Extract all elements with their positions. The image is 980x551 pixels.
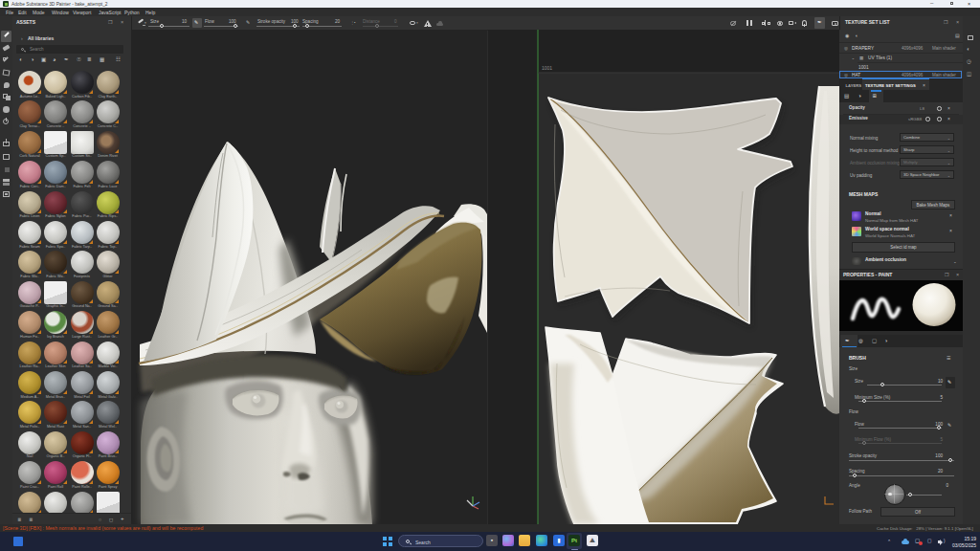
svg-text:1001: 1001 xyxy=(542,65,552,71)
